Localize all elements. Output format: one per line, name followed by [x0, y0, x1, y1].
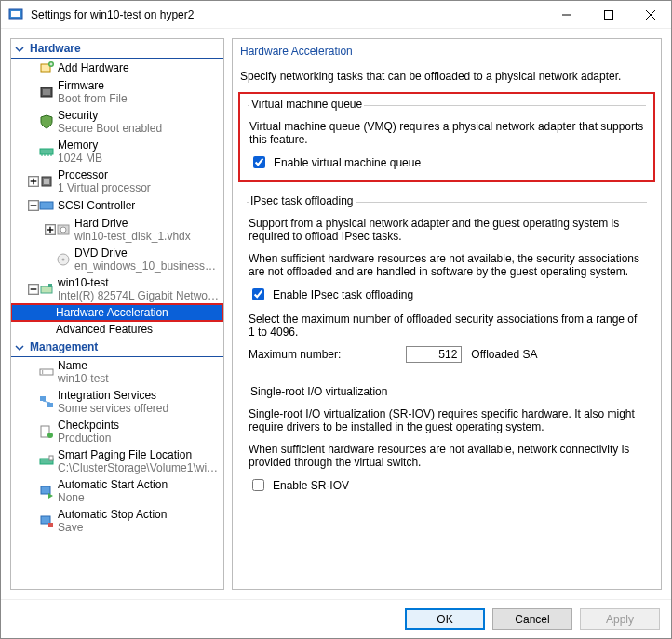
vmq-checkbox-row[interactable]: Enable virtual machine queue [249, 153, 644, 171]
close-button[interactable] [629, 1, 671, 29]
page-title: Hardware Acceleration [238, 41, 655, 60]
svg-line-40 [43, 401, 50, 403]
svg-rect-12 [40, 149, 53, 154]
memory-icon [39, 144, 54, 159]
tree-memory[interactable]: Memory1024 MB [11, 137, 223, 166]
collapse-icon[interactable] [28, 200, 39, 211]
ipsec-select-desc: Select the maximum number of offloaded s… [249, 313, 645, 339]
page-description: Specify networking tasks that can be off… [238, 68, 655, 92]
svg-point-42 [47, 433, 53, 438]
tree-network-adapter[interactable]: win10-testIntel(R) 82574L Gigabit Networ… [11, 274, 223, 304]
tree-processor[interactable]: Processor1 Virtual processor [11, 166, 223, 196]
auto-stop-icon [39, 513, 54, 528]
tree-auto-start[interactable]: Automatic Start ActionNone [11, 476, 223, 506]
vmq-desc: Virtual machine queue (VMQ) requires a p… [249, 120, 644, 146]
svg-rect-45 [41, 486, 50, 494]
svg-rect-39 [47, 403, 53, 407]
chevron-down-icon [15, 342, 24, 352]
auto-start-icon [39, 484, 54, 499]
group-ipsec: IPsec task offloading Support from a phy… [238, 190, 655, 373]
ipsec-checkbox-row[interactable]: Enable IPsec task offloading [249, 286, 645, 303]
integration-icon [39, 394, 54, 409]
section-management-label: Management [30, 340, 98, 353]
title-bar: Settings for win10-test on hyper2 [1, 1, 671, 29]
tree-scsi-controller[interactable]: SCSI Controller [11, 196, 223, 215]
section-hardware-label: Hardware [30, 42, 81, 55]
group-sriov: Single-root I/O virtualization Single-ro… [238, 380, 655, 504]
tree-security[interactable]: SecuritySecure Boot enabled [11, 107, 223, 137]
svg-rect-1 [11, 11, 20, 17]
tree-name[interactable]: I Namewin10-test [11, 357, 223, 387]
section-hardware[interactable]: Hardware [11, 39, 223, 59]
ipsec-desc1: Support from a physical network adapter … [249, 217, 645, 243]
max-number-label: Maximum number: [249, 348, 341, 361]
svg-point-29 [60, 227, 66, 233]
sriov-checkbox-label: Enable SR-IOV [273, 479, 349, 492]
hard-drive-icon [56, 222, 71, 237]
vmq-checkbox-label: Enable virtual machine queue [274, 156, 421, 169]
svg-rect-48 [48, 523, 53, 527]
detail-pane: Hardware Acceleration Specify networking… [232, 38, 662, 590]
checkpoint-icon [39, 424, 54, 439]
svg-rect-24 [40, 202, 53, 209]
group-vmq: Virtual machine queue Virtual machine qu… [238, 92, 655, 182]
enable-sriov-checkbox[interactable] [252, 479, 264, 491]
ipsec-desc2: When sufficient hardware resources are n… [249, 252, 645, 278]
scsi-icon [39, 198, 54, 213]
tree-integration-services[interactable]: Integration ServicesSome services offere… [11, 387, 223, 417]
enable-ipsec-checkbox[interactable] [252, 288, 264, 300]
tree-hardware-acceleration[interactable]: Hardware Acceleration [11, 304, 223, 321]
sriov-desc2: When sufficient hardware resources are n… [249, 443, 645, 469]
tree-advanced-features[interactable]: Advanced Features [11, 321, 223, 338]
app-icon [8, 7, 23, 22]
shield-icon [39, 114, 54, 129]
apply-button[interactable]: Apply [580, 608, 660, 630]
svg-rect-47 [41, 516, 50, 524]
add-hardware-icon [39, 60, 54, 75]
svg-rect-21 [44, 179, 49, 184]
network-adapter-icon [39, 282, 54, 297]
max-number-suffix: Offloaded SA [471, 348, 537, 361]
svg-rect-34 [41, 286, 52, 293]
tree-add-hardware[interactable]: Add Hardware [11, 59, 223, 77]
expand-icon[interactable] [28, 176, 39, 187]
collapse-icon[interactable] [28, 284, 39, 295]
processor-icon [39, 174, 54, 189]
group-ipsec-title: IPsec task offloading [249, 194, 356, 207]
firmware-icon [39, 85, 54, 100]
smart-paging-icon [39, 454, 54, 469]
section-management[interactable]: Management [11, 338, 223, 357]
tree-firmware[interactable]: FirmwareBoot from File [11, 77, 223, 107]
tree-checkpoints[interactable]: CheckpointsProduction [11, 417, 223, 446]
dialog-footer: OK Cancel Apply [1, 599, 671, 638]
dvd-icon [56, 252, 71, 267]
maximize-button[interactable] [587, 1, 629, 29]
tree-auto-stop[interactable]: Automatic Stop ActionSave [11, 506, 223, 536]
ipsec-checkbox-label: Enable IPsec task offloading [273, 288, 413, 301]
chevron-down-icon [15, 44, 24, 53]
svg-rect-11 [43, 89, 50, 95]
minimize-button[interactable] [545, 1, 587, 29]
tree-hard-drive[interactable]: Hard Drivewin10-test_disk_1.vhdx [11, 215, 223, 245]
svg-rect-44 [49, 456, 53, 460]
svg-rect-38 [40, 396, 46, 401]
svg-rect-35 [48, 284, 52, 287]
sriov-desc1: Single-root I/O virtualization (SR-IOV) … [249, 407, 645, 433]
svg-point-31 [62, 259, 65, 261]
max-number-input[interactable] [406, 346, 462, 363]
expand-icon[interactable] [45, 224, 56, 235]
settings-tree[interactable]: Hardware Add Hardware FirmwareBoot from … [10, 38, 224, 590]
tree-smart-paging[interactable]: Smart Paging File LocationC:\ClusterStor… [11, 446, 223, 476]
cancel-button[interactable]: Cancel [492, 608, 572, 630]
group-vmq-title: Virtual machine queue [249, 98, 364, 111]
sriov-checkbox-row[interactable]: Enable SR-IOV [249, 476, 645, 494]
name-icon: I [39, 365, 54, 379]
enable-vmq-checkbox[interactable] [253, 156, 265, 168]
ok-button[interactable]: OK [405, 608, 485, 630]
window-title: Settings for win10-test on hyper2 [31, 8, 545, 21]
tree-dvd-drive[interactable]: DVD Driveen_windows_10_business_editi... [11, 245, 223, 274]
svg-rect-3 [604, 10, 612, 19]
group-sriov-title: Single-root I/O virtualization [249, 385, 389, 398]
